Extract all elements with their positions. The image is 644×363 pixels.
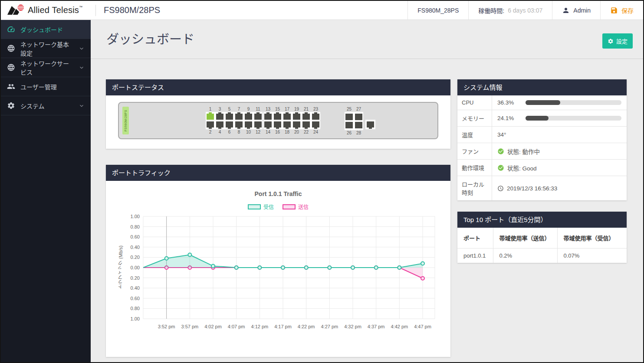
port-number: 15 (274, 107, 281, 111)
sidebar-item-user-management[interactable]: ユーザー管理 (1, 77, 91, 96)
port-12[interactable] (254, 121, 262, 128)
port-number: 16 (274, 130, 281, 134)
settings-button[interactable]: 設定 (602, 33, 633, 49)
svg-text:0.60: 0.60 (131, 234, 140, 239)
port-18[interactable] (283, 121, 291, 128)
page-header: ダッシュボード 設定 (91, 20, 643, 59)
legend-item-send[interactable]: 送信 (283, 203, 309, 210)
data-point (328, 266, 331, 269)
port-26[interactable] (345, 122, 353, 128)
save-button[interactable]: 保存 (600, 1, 643, 20)
port-status-body: FS980M/28PS 1357911246810121315171921231… (106, 95, 450, 149)
port-22[interactable] (302, 121, 310, 128)
sidebar-item-network-basic-settings[interactable]: ネットワーク基本設定 (1, 39, 91, 58)
svg-text:4:37 pm: 4:37 pm (368, 324, 385, 329)
port-9[interactable] (245, 114, 252, 120)
port-number: 14 (264, 130, 272, 134)
sidebar-item-dashboard[interactable]: ダッシュボード (1, 20, 91, 39)
users-icon (7, 82, 15, 91)
chart-title: Port 1.0.1 Traffic (106, 190, 450, 197)
chart-area: トラフィック (Mb/s) 1.000.800.600.400.200.000.… (106, 212, 450, 335)
logo-text: Allied Telesis™ (28, 5, 82, 15)
top-header-bar: Allied Telesis™ FS980M/28PS FS980M_28PS … (1, 1, 643, 20)
port-3[interactable] (216, 114, 223, 120)
svg-text:0.40: 0.40 (131, 285, 140, 291)
data-point (281, 266, 285, 269)
port-11[interactable] (254, 114, 262, 120)
svg-text:0.20: 0.20 (131, 275, 140, 281)
port-4[interactable] (216, 121, 223, 128)
chart-legend: 受信送信 (106, 203, 450, 210)
port-20[interactable] (293, 121, 300, 128)
chevron-down-icon (79, 65, 85, 71)
admin-user-menu[interactable]: Admin (552, 1, 600, 20)
top-ports-column-header: 帯域使用率（受信） (557, 228, 627, 249)
save-label: 保存 (621, 6, 634, 15)
port-7[interactable] (235, 114, 243, 120)
uptime-display: 稼働時間: 6 days 03:07 (468, 1, 552, 20)
system-info-row: 温度34° (457, 127, 627, 143)
port-27[interactable] (355, 114, 362, 120)
svg-text:4:02 pm: 4:02 pm (204, 324, 222, 329)
uptime-label: 稼働時間: (478, 6, 504, 15)
port-number: 1 (207, 107, 214, 111)
port-16[interactable] (274, 121, 281, 128)
port-6[interactable] (226, 121, 233, 128)
port-number: 12 (254, 130, 262, 134)
port-1[interactable] (207, 114, 214, 120)
port-15[interactable] (274, 114, 281, 120)
svg-text:4:32 pm: 4:32 pm (344, 324, 361, 329)
port-status-panel-title: ポートステータス (106, 79, 450, 95)
traffic-chart: 1.000.800.600.400.200.000.200.400.600.80… (124, 212, 438, 335)
svg-text:1.00: 1.00 (131, 316, 140, 321)
data-point (421, 262, 424, 265)
traffic-chart-svg: 1.000.800.600.400.200.000.200.400.600.80… (124, 212, 438, 334)
chevron-down-icon (79, 46, 85, 52)
port-23[interactable] (312, 114, 319, 120)
data-point (421, 277, 424, 280)
port-2[interactable] (207, 121, 214, 128)
system-info-row: CPU36.3% (457, 95, 627, 110)
console-port[interactable] (367, 121, 374, 128)
data-point (165, 257, 168, 260)
legend-item-receive[interactable]: 受信 (248, 203, 274, 210)
value-text: 2019/12/3 16:56:33 (507, 185, 557, 192)
port-5[interactable] (226, 114, 233, 120)
port-numbers: 141618202224 (263, 129, 320, 135)
system-info-value: 34° (492, 127, 627, 143)
port-28[interactable] (355, 122, 362, 128)
svg-text:3:52 pm: 3:52 pm (158, 324, 175, 329)
svg-text:4:22 pm: 4:22 pm (298, 324, 315, 329)
header-right-group: FS980M_28PS 稼働時間: 6 days 03:07 Admin 保存 (407, 1, 643, 20)
system-info-row: ローカル時刻2019/12/3 16:56:33 (457, 176, 627, 200)
port-13[interactable] (264, 114, 272, 120)
port-19[interactable] (293, 114, 300, 120)
svg-text:4:27 pm: 4:27 pm (321, 324, 338, 329)
port-number: 8 (235, 130, 243, 134)
port-10[interactable] (245, 121, 252, 128)
data-point (375, 266, 378, 269)
brand-logo: Allied Telesis™ (1, 1, 95, 20)
sidebar-item-network-services[interactable]: ネットワークサービス (1, 58, 91, 77)
svg-text:0.20: 0.20 (131, 255, 140, 260)
port-number: 7 (235, 107, 243, 111)
port-traffic-body: Port 1.0.1 Traffic 受信送信 トラフィック (Mb/s) 1.… (106, 181, 450, 357)
svg-text:1.00: 1.00 (131, 214, 140, 219)
port-14[interactable] (264, 121, 272, 128)
port-24[interactable] (312, 121, 319, 128)
switch-model-label: FS980M/28PS (122, 107, 129, 134)
port-numbers: 24681012 (206, 129, 263, 135)
port-17[interactable] (283, 114, 291, 120)
port-number: 26 (345, 131, 353, 135)
sidebar-item-system[interactable]: システム (1, 96, 91, 115)
port-8[interactable] (235, 121, 243, 128)
data-point (235, 266, 238, 269)
value-text: 34° (497, 131, 506, 138)
user-icon (562, 7, 570, 14)
port-number: 6 (226, 130, 233, 134)
usage-bar-fill (526, 116, 549, 121)
port-number: 17 (283, 107, 291, 111)
port-25[interactable] (345, 114, 353, 120)
port-21[interactable] (302, 114, 310, 120)
system-info-label: メモリー (457, 110, 492, 126)
